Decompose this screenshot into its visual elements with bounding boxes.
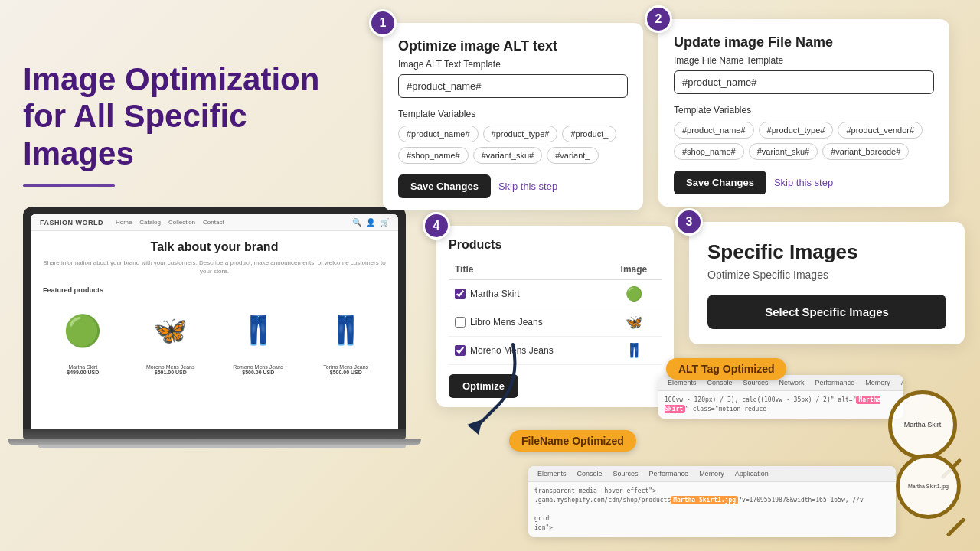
laptop-product-2: 🦋 Moreno Mens Jeans $501.00 USD	[131, 300, 211, 375]
filename-code-panel: Elements Console Sources Performance Mem…	[528, 466, 896, 537]
product-img-4: 👖	[315, 300, 377, 361]
page-title: Image Optimization for All Specific Imag…	[23, 61, 345, 172]
card2-save-button[interactable]: Save Changes	[674, 171, 766, 194]
card-specific-images: 3 Specific Images Optimize Specific Imag…	[689, 222, 965, 344]
title-underline	[23, 184, 115, 187]
product-name-1: Martha Skirt	[470, 289, 520, 299]
cart-icon: 🛒	[380, 218, 389, 227]
col-image: Image	[606, 259, 662, 280]
laptop-product-3: 👖 Romano Mens Jeans $500.00 USD	[218, 300, 299, 375]
hero-subtitle: Share information about your brand with …	[43, 259, 386, 276]
tag2-product-vendor[interactable]: #product_vendor#	[838, 122, 923, 139]
select-specific-images-button[interactable]: Select Specific Images	[707, 295, 946, 329]
card1-actions: Save Changes Skip this step	[398, 174, 628, 198]
tag2-variant-barcode[interactable]: #variant_barcode#	[822, 143, 909, 160]
card3-title: Specific Images	[707, 240, 946, 264]
tag-product-type[interactable]: #product_type#	[483, 126, 558, 142]
brand-name: FASHION WORLD	[40, 219, 103, 227]
featured-label: Featured products	[43, 286, 386, 294]
card2-title: Update image File Name	[674, 34, 934, 51]
product-name-2: Libro Mens Jeans	[470, 317, 543, 328]
filename-code-content: transparent media--hover-effect"> .gama.…	[528, 482, 896, 537]
product-img-2: 🦋	[140, 300, 201, 361]
card4-title: Products	[449, 238, 662, 252]
product-image-2: 🦋	[606, 308, 662, 337]
filename-input[interactable]	[674, 70, 934, 94]
account-icon: 👤	[366, 218, 375, 227]
product-img-1: 🟢	[52, 300, 113, 361]
card2-skip-button[interactable]: Skip this step	[774, 177, 833, 188]
tag2-variant-sku[interactable]: #variant_sku#	[749, 143, 818, 160]
laptop-bottom	[8, 439, 421, 445]
card1-tags: #product_name# #product_type# #product_ …	[398, 126, 628, 164]
card3-subtitle: Optimize Specific Images	[707, 269, 946, 281]
magnifier-circle-filename: Martha Skirt1.jpg	[896, 454, 961, 519]
product-img-3: 👖	[227, 300, 289, 361]
magnifier-filename: Martha Skirt1.jpg	[896, 454, 961, 540]
hero-title: Talk about your brand	[43, 240, 386, 254]
tag-variant-partial[interactable]: #variant_	[547, 147, 598, 164]
table-row: Martha Skirt 🟢	[449, 280, 662, 308]
product-image-3: 👖	[606, 337, 662, 365]
magnifier-circle-alt: Martha Skirt	[888, 390, 957, 459]
search-icon: 🔍	[352, 218, 361, 227]
alt-code-content: 100vw - 120px) / 3), calc((100vw - 35px)…	[658, 391, 903, 419]
laptop-nav: FASHION WORLD Home Catalog Collection Co…	[31, 214, 398, 231]
alt-highlight: Martha Skirt	[665, 396, 880, 413]
card1-title: Optimize image ALT text	[398, 38, 628, 54]
svg-marker-0	[467, 419, 482, 435]
card2-actions: Save Changes Skip this step	[674, 171, 934, 194]
col-title: Title	[449, 259, 606, 280]
product-image-1: 🟢	[606, 280, 662, 308]
left-section: Image Optimization for All Specific Imag…	[23, 61, 345, 217]
laptop-product-4: 👖 Torino Mens Jeans $500.00 USD	[306, 300, 387, 375]
laptop-products-row: 🟢 Martha Skirt $499.00 USD 🦋 Moreno Mens…	[43, 300, 386, 375]
card1-skip-button[interactable]: Skip this step	[498, 181, 557, 192]
table-row: Libro Mens Jeans 🦋	[449, 308, 662, 337]
tag2-product-name[interactable]: #product_name#	[674, 122, 754, 139]
laptop-foot	[38, 445, 406, 448]
tag-product-name[interactable]: #product_name#	[398, 126, 479, 142]
tag-variant-sku[interactable]: #variant_sku#	[473, 147, 543, 164]
tag2-product-type[interactable]: #product_type#	[759, 122, 834, 139]
card2-vars-label: Template Variables	[674, 105, 934, 116]
magnifier-handle-filename	[946, 517, 965, 537]
laptop-product-1: 🟢 Martha Skirt $499.00 USD	[43, 300, 123, 375]
step-badge-4: 4	[423, 212, 450, 240]
card1-save-button[interactable]: Save Changes	[398, 174, 491, 198]
decorative-arrow	[459, 337, 536, 436]
alt-optimized-badge: ALT Tag Optimized	[666, 358, 786, 380]
alt-text-input[interactable]	[398, 74, 628, 98]
laptop-screen-inner: FASHION WORLD Home Catalog Collection Co…	[31, 214, 398, 429]
tag-product-partial[interactable]: #product_	[562, 126, 616, 142]
nav-links: Home Catalog Collection Contact	[116, 219, 224, 226]
card-update-filename: 2 Update image File Name Image File Name…	[658, 19, 949, 207]
step-badge-1: 1	[369, 9, 397, 37]
laptop-content: Talk about your brand Share information …	[31, 231, 398, 384]
product-checkbox-1[interactable]	[455, 289, 466, 299]
card1-vars-label: Template Variables	[398, 109, 628, 119]
step-badge-3: 3	[675, 208, 703, 236]
laptop-base	[23, 429, 406, 439]
laptop-mockup: FASHION WORLD Home Catalog Collection Co…	[23, 207, 421, 448]
card2-file-label: Image File Name Template	[674, 55, 934, 66]
product-checkbox-2[interactable]	[455, 317, 466, 328]
card-optimize-alt: 1 Optimize image ALT text Image ALT Text…	[383, 23, 643, 210]
filename-highlight: Martha Skirt1.jpg	[671, 496, 738, 504]
card1-alt-label: Image ALT Text Template	[398, 59, 628, 70]
laptop-screen-outer: FASHION WORLD Home Catalog Collection Co…	[23, 207, 406, 429]
filename-optimized-badge: FileName Optimized	[509, 430, 636, 452]
nav-icons: 🔍 👤 🛒	[352, 218, 389, 227]
tag2-shop-name[interactable]: #shop_name#	[674, 143, 744, 160]
alt-code-panel: Elements Console Sources Network Perform…	[658, 375, 903, 419]
devtools-bar-filename: Elements Console Sources Performance Mem…	[528, 466, 896, 482]
tag-shop-name[interactable]: #shop_name#	[398, 147, 469, 164]
card2-tags: #product_name# #product_type# #product_v…	[674, 122, 934, 160]
step-badge-2: 2	[645, 5, 672, 33]
